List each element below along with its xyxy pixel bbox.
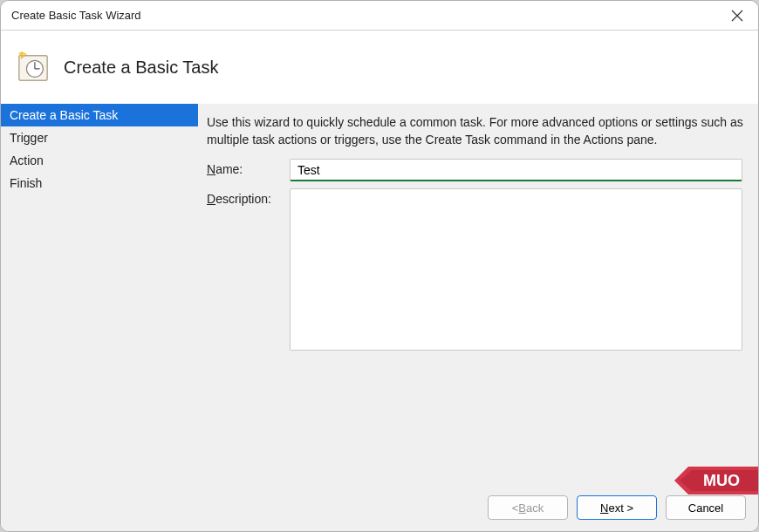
- sidebar-item-create-basic-task[interactable]: Create a Basic Task: [1, 104, 198, 126]
- window-title: Create Basic Task Wizard: [11, 9, 141, 22]
- description-label: Description:: [207, 188, 290, 351]
- close-button[interactable]: [716, 1, 758, 31]
- wizard-header: Create a Basic Task: [1, 31, 758, 104]
- muo-logo-badge: MUO: [671, 460, 758, 501]
- sidebar-item-label: Action: [10, 153, 44, 167]
- name-input[interactable]: [290, 159, 742, 181]
- close-icon: [731, 10, 743, 22]
- name-label: Name:: [207, 159, 290, 181]
- wizard-body: Create a Basic Task Trigger Action Finis…: [1, 104, 758, 531]
- next-button[interactable]: Next >: [577, 495, 657, 520]
- sidebar-item-label: Create a Basic Task: [10, 108, 118, 122]
- back-button: < Back: [488, 495, 568, 520]
- sidebar-item-trigger[interactable]: Trigger: [1, 126, 198, 149]
- titlebar: Create Basic Task Wizard: [1, 1, 758, 31]
- sidebar-item-action[interactable]: Action: [1, 149, 198, 172]
- description-row: Description:: [207, 188, 749, 351]
- wizard-window: Create Basic Task Wizard Create a Basic …: [0, 0, 759, 532]
- wizard-header-title: Create a Basic Task: [64, 58, 219, 78]
- wizard-footer: < Back Next > Cancel: [1, 484, 758, 531]
- sidebar-item-label: Trigger: [10, 131, 48, 145]
- sidebar-item-label: Finish: [10, 176, 42, 190]
- intro-text: Use this wizard to quickly schedule a co…: [207, 114, 749, 148]
- sidebar-item-finish[interactable]: Finish: [1, 172, 198, 194]
- clock-task-icon: [17, 51, 50, 84]
- wizard-sidebar: Create a Basic Task Trigger Action Finis…: [1, 104, 198, 531]
- name-row: Name:: [207, 159, 749, 181]
- description-input[interactable]: [290, 188, 742, 351]
- wizard-icon: [17, 51, 50, 84]
- logo-text: MUO: [703, 472, 740, 489]
